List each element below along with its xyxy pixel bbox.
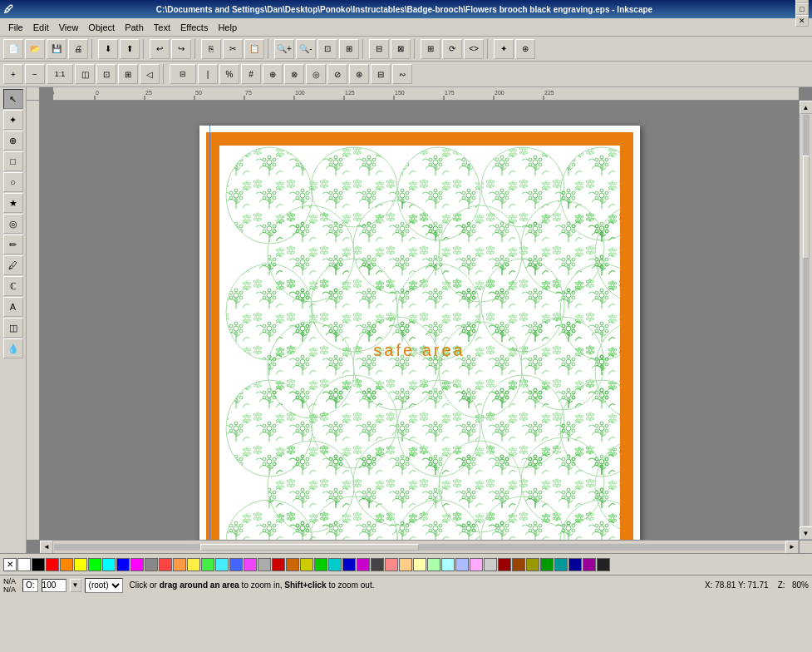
zoom-in-btn[interactable]: 🔍+ <box>274 39 294 59</box>
color-swatch-3[interactable] <box>60 558 73 571</box>
gradient-tool[interactable]: ◫ <box>3 318 23 338</box>
menu-item-effects[interactable]: Effects <box>175 21 213 34</box>
color-swatch-16[interactable] <box>244 558 257 571</box>
calligraphy-tool[interactable]: ℂ <box>3 276 23 296</box>
zoom-out2-btn[interactable]: − <box>25 64 45 84</box>
guide-toggle-btn[interactable]: | <box>198 64 218 84</box>
color-swatch-21[interactable] <box>314 558 327 571</box>
color-swatch-39[interactable] <box>568 558 582 571</box>
menu-item-object[interactable]: Object <box>83 21 120 34</box>
align-button[interactable]: ⊞ <box>421 39 440 59</box>
vscroll-up-btn[interactable]: ▲ <box>800 101 813 114</box>
export-button[interactable]: ⬆ <box>120 39 140 59</box>
hscroll-track[interactable] <box>54 544 785 551</box>
rect-tool[interactable]: □ <box>3 151 23 171</box>
color-swatch-40[interactable] <box>583 558 596 571</box>
star-tool[interactable]: ★ <box>3 193 23 213</box>
snap6-btn[interactable]: ⊘ <box>327 64 347 84</box>
color-swatch-11[interactable] <box>173 558 186 571</box>
zoom-out-btn[interactable]: 🔍- <box>296 39 316 59</box>
ungroup-button[interactable]: ⊠ <box>391 39 411 59</box>
color-swatch-19[interactable] <box>286 558 299 571</box>
color-swatch-10[interactable] <box>159 558 172 571</box>
select-tool[interactable]: ↖ <box>3 89 23 109</box>
group-button[interactable]: ⊟ <box>369 39 389 59</box>
print-button[interactable]: 🖨 <box>68 39 88 59</box>
opacity-input[interactable] <box>42 579 66 592</box>
menu-item-file[interactable]: File <box>3 21 28 34</box>
text-tool[interactable]: A <box>3 297 23 317</box>
menu-item-path[interactable]: Path <box>120 21 149 34</box>
color-swatch-1[interactable] <box>32 558 45 571</box>
zoom-draw2-btn[interactable]: ⊞ <box>118 64 138 84</box>
color-swatch-31[interactable] <box>455 558 469 571</box>
maximize-button[interactable]: □ <box>795 3 809 15</box>
color-swatch-15[interactable] <box>229 558 243 571</box>
color-swatch-23[interactable] <box>342 558 356 571</box>
hscroll-right-btn[interactable]: ► <box>785 541 799 554</box>
vertical-scrollbar[interactable]: ▲ ▼ <box>799 101 812 540</box>
color-swatch-34[interactable] <box>498 558 511 571</box>
snap9-btn[interactable]: ∾ <box>392 64 412 84</box>
color-swatch-32[interactable] <box>470 558 483 571</box>
color-swatch-22[interactable] <box>328 558 342 571</box>
color-swatch-27[interactable] <box>399 558 412 571</box>
color-swatch-13[interactable] <box>201 558 214 571</box>
new-button[interactable]: 📄 <box>3 39 23 59</box>
undo-button[interactable]: ↩ <box>150 39 170 59</box>
color-swatch-18[interactable] <box>272 558 285 571</box>
snap8-btn[interactable]: ⊟ <box>371 64 391 84</box>
color-swatch-41[interactable] <box>597 558 610 571</box>
xml-button[interactable]: <> <box>464 39 484 59</box>
color-swatch-7[interactable] <box>116 558 130 571</box>
color-swatch-2[interactable] <box>46 558 59 571</box>
node-tool[interactable]: ✦ <box>3 110 23 130</box>
menu-item-text[interactable]: Text <box>149 21 175 34</box>
color-swatch-9[interactable] <box>145 558 158 571</box>
paste-button[interactable]: 📋 <box>244 39 264 59</box>
color-swatch-14[interactable] <box>215 558 229 571</box>
color-swatch-33[interactable] <box>484 558 497 571</box>
color-swatch-25[interactable] <box>371 558 384 571</box>
pen-tool[interactable]: 🖊 <box>3 255 23 275</box>
snap4-btn[interactable]: ⊗ <box>284 64 304 84</box>
dropper-tool[interactable]: 💧 <box>3 338 23 358</box>
color-swatch-38[interactable] <box>554 558 568 571</box>
snap5-btn[interactable]: ◎ <box>306 64 326 84</box>
color-swatch-17[interactable] <box>258 558 271 571</box>
color-swatch-20[interactable] <box>300 558 313 571</box>
color-swatch-30[interactable] <box>441 558 455 571</box>
snap2-btn[interactable]: # <box>241 64 261 84</box>
vscroll-down-btn[interactable]: ▼ <box>800 526 813 540</box>
hscroll-left-btn[interactable]: ◄ <box>40 541 53 554</box>
spiral-tool[interactable]: ◎ <box>3 214 23 234</box>
color-swatch-4[interactable] <box>74 558 87 571</box>
color-swatch-35[interactable] <box>512 558 525 571</box>
snap-toggle-btn[interactable]: % <box>219 64 239 84</box>
menu-item-edit[interactable]: Edit <box>28 21 54 34</box>
opacity-down-btn[interactable]: ▼ <box>70 579 81 592</box>
snap3-btn[interactable]: ⊕ <box>263 64 283 84</box>
cut-button[interactable]: ✂ <box>223 39 243 59</box>
node-edit-btn[interactable]: ✦ <box>494 39 514 59</box>
save-button[interactable]: 💾 <box>47 39 66 59</box>
color-swatch-24[interactable] <box>357 558 370 571</box>
color-swatch-5[interactable] <box>88 558 101 571</box>
layer-select[interactable]: (root) <box>85 578 123 593</box>
canvas-container[interactable]: -150-125-100-75-50-250255075100125150175… <box>27 87 812 553</box>
open-button[interactable]: 📂 <box>25 39 45 59</box>
color-swatch-6[interactable] <box>102 558 116 571</box>
color-swatch-0[interactable] <box>17 558 31 571</box>
canvas-scroll[interactable]: safe area <box>40 101 799 540</box>
copy-button[interactable]: ⎘ <box>201 39 221 59</box>
color-swatch-12[interactable] <box>187 558 200 571</box>
zoom-fit2-btn[interactable]: ◫ <box>75 64 95 84</box>
vscroll-thumb[interactable] <box>803 156 810 259</box>
zoom-draw-btn[interactable]: ⊞ <box>339 39 359 59</box>
zoom-fit-btn[interactable]: ⊡ <box>317 39 337 59</box>
zoom-tool[interactable]: ⊕ <box>3 131 23 151</box>
import-button[interactable]: ⬇ <box>98 39 118 59</box>
select-all-btn[interactable]: ⊛ <box>515 39 535 59</box>
horizontal-scrollbar[interactable]: ◄ ► <box>40 540 799 553</box>
color-swatch-37[interactable] <box>540 558 554 571</box>
